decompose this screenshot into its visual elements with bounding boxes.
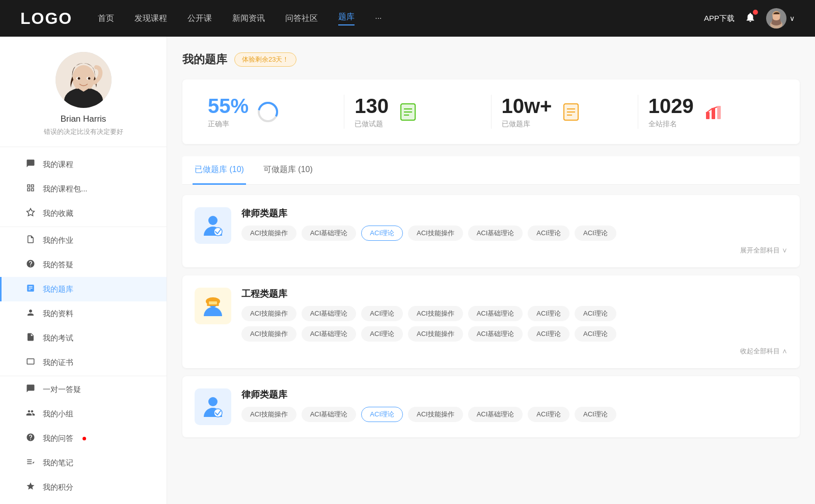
tag[interactable]: ACI技能操作 bbox=[408, 306, 463, 321]
sidebar-item-question-label: 我的问答 bbox=[43, 434, 73, 443]
sidebar-item-favorites-label: 我的收藏 bbox=[43, 209, 73, 218]
sidebar-item-question[interactable]: 我的问答 bbox=[0, 426, 167, 451]
sidebar-item-cert[interactable]: 我的证书 bbox=[0, 350, 167, 375]
sidebar-item-exam[interactable]: 我的考试 bbox=[0, 326, 167, 350]
tag-active[interactable]: ACI理论 bbox=[361, 407, 403, 422]
sidebar-item-points-label: 我的积分 bbox=[43, 483, 73, 492]
tag[interactable]: ACI理论 bbox=[528, 226, 569, 241]
bar-chart-icon bbox=[702, 101, 724, 123]
tag[interactable]: ACI技能操作 bbox=[241, 407, 296, 422]
sidebar-item-points[interactable]: 我的积分 bbox=[0, 475, 167, 499]
sidebar-item-profile[interactable]: 我的资料 bbox=[0, 301, 167, 326]
svg-point-27 bbox=[208, 216, 218, 225]
tag[interactable]: ACI技能操作 bbox=[408, 226, 463, 241]
tag[interactable]: ACI基础理论 bbox=[468, 226, 523, 241]
points-icon bbox=[25, 482, 36, 493]
notification-badge bbox=[753, 10, 758, 15]
sidebar-item-group[interactable]: 我的小组 bbox=[0, 402, 167, 426]
bank-2-info: 工程类题库 ACI技能操作 ACI基础理论 ACI理论 ACI技能操作 ACI基… bbox=[241, 288, 787, 356]
tag[interactable]: ACI基础理论 bbox=[302, 326, 357, 342]
bank-2-expand[interactable]: 收起全部科目 ∧ bbox=[241, 347, 787, 356]
tag[interactable]: ACI基础理论 bbox=[468, 326, 523, 342]
question-red-dot bbox=[83, 437, 86, 440]
sidebar-item-favorites[interactable]: 我的收藏 bbox=[0, 201, 167, 226]
tag[interactable]: ACI理论 bbox=[361, 306, 403, 321]
nav-news[interactable]: 新闻资讯 bbox=[232, 13, 265, 24]
tag[interactable]: ACI理论 bbox=[528, 306, 569, 321]
tab-done[interactable]: 已做题库 (10) bbox=[193, 156, 246, 185]
tag[interactable]: ACI理论 bbox=[575, 226, 616, 241]
course-icon bbox=[25, 159, 36, 170]
sidebar-item-tutoring[interactable]: 一对一答疑 bbox=[0, 377, 167, 402]
page-title: 我的题库 bbox=[182, 52, 227, 67]
tag[interactable]: ACI技能操作 bbox=[408, 326, 463, 342]
sidebar-item-course[interactable]: 我的课程 bbox=[0, 152, 167, 177]
tag[interactable]: ACI理论 bbox=[575, 407, 616, 422]
tag[interactable]: ACI理论 bbox=[528, 407, 569, 422]
tag[interactable]: ACI基础理论 bbox=[468, 407, 523, 422]
bank-1-icon bbox=[195, 207, 231, 244]
nav-more[interactable]: ··· bbox=[375, 14, 382, 23]
sidebar-item-notes[interactable]: 我的笔记 bbox=[0, 451, 167, 475]
sidebar-item-qa-label: 我的答疑 bbox=[43, 260, 73, 270]
sidebar-item-group-label: 我的小组 bbox=[43, 409, 73, 419]
stat-accuracy-number: 55% bbox=[208, 95, 249, 118]
tag[interactable]: ACI技能操作 bbox=[408, 407, 463, 422]
nav-open[interactable]: 公开课 bbox=[187, 13, 212, 24]
tag[interactable]: ACI基础理论 bbox=[302, 226, 357, 241]
tag[interactable]: ACI基础理论 bbox=[302, 407, 357, 422]
logo: LOGO bbox=[20, 9, 72, 28]
bank-2-tags-row2: ACI技能操作 ACI基础理论 ACI理论 ACI技能操作 ACI基础理论 AC… bbox=[241, 326, 787, 342]
profile-name: Brian Harris bbox=[10, 114, 156, 124]
bank-1-expand[interactable]: 展开全部科目 ∨ bbox=[241, 246, 787, 255]
tag[interactable]: ACI技能操作 bbox=[241, 326, 296, 342]
sidebar-menu: 我的课程 我的课程包... 我的收藏 我的作业 bbox=[0, 147, 167, 504]
pie-chart-icon bbox=[257, 101, 279, 123]
favorites-icon bbox=[25, 208, 36, 219]
tag[interactable]: ACI理论 bbox=[361, 326, 403, 342]
stat-done-banks: 10w+ 已做题库 bbox=[492, 95, 638, 129]
nav-home[interactable]: 首页 bbox=[98, 13, 114, 24]
sidebar-item-bank-label: 我的题库 bbox=[43, 285, 73, 294]
app-download-link[interactable]: APP下载 bbox=[704, 14, 735, 23]
tabs-row: 已做题库 (10) 可做题库 (10) bbox=[182, 156, 800, 185]
nav-qa[interactable]: 问答社区 bbox=[285, 13, 318, 24]
sidebar-item-bank[interactable]: 我的题库 bbox=[0, 277, 167, 301]
tag[interactable]: ACI理论 bbox=[575, 326, 616, 342]
tag[interactable]: ACI理论 bbox=[528, 326, 569, 342]
nav-bank[interactable]: 题库 bbox=[338, 12, 355, 25]
bank-3-info: 律师类题库 ACI技能操作 ACI基础理论 ACI理论 ACI技能操作 ACI基… bbox=[241, 388, 787, 422]
user-avatar-wrapper[interactable]: ∨ bbox=[766, 8, 795, 29]
svg-point-9 bbox=[77, 77, 80, 80]
bank-header-2: 工程类题库 ACI技能操作 ACI基础理论 ACI理论 ACI技能操作 ACI基… bbox=[195, 288, 787, 356]
bank-3-name: 律师类题库 bbox=[241, 388, 787, 401]
tag[interactable]: ACI技能操作 bbox=[241, 226, 296, 241]
tag[interactable]: ACI技能操作 bbox=[241, 306, 296, 321]
divider-1 bbox=[0, 227, 167, 227]
stat-done-banks-content: 10w+ 已做题库 bbox=[502, 95, 552, 129]
header: LOGO 首页 发现课程 公开课 新闻资讯 问答社区 题库 ··· APP下载 bbox=[0, 0, 815, 37]
stat-accuracy: 55% 正确率 bbox=[198, 95, 344, 129]
bank-3-tags: ACI技能操作 ACI基础理论 ACI理论 ACI技能操作 ACI基础理论 AC… bbox=[241, 407, 787, 422]
stat-rank-label: 全站排名 bbox=[648, 120, 694, 129]
homework-icon bbox=[25, 235, 36, 246]
chevron-down-icon: ∨ bbox=[790, 14, 795, 22]
bank-icon bbox=[25, 284, 36, 295]
tag[interactable]: ACI理论 bbox=[575, 306, 616, 321]
tab-available[interactable]: 可做题库 (10) bbox=[261, 156, 315, 185]
bank-1-tags: ACI技能操作 ACI基础理论 ACI理论 ACI技能操作 ACI基础理论 AC… bbox=[241, 226, 787, 241]
sidebar-item-course-pkg[interactable]: 我的课程包... bbox=[0, 177, 167, 201]
bank-1-name: 律师类题库 bbox=[241, 207, 787, 219]
tag[interactable]: ACI基础理论 bbox=[468, 306, 523, 321]
sidebar-item-qa[interactable]: 我的答疑 bbox=[0, 253, 167, 277]
tag-active[interactable]: ACI理论 bbox=[361, 226, 403, 241]
bank-section-3: 律师类题库 ACI技能操作 ACI基础理论 ACI理论 ACI技能操作 ACI基… bbox=[182, 376, 800, 437]
sidebar-item-homework-label: 我的作业 bbox=[43, 236, 73, 245]
nav-discover[interactable]: 发现课程 bbox=[134, 13, 167, 24]
cert-icon bbox=[25, 357, 36, 368]
profile-avatar bbox=[56, 52, 112, 108]
bank-2-tags-row1: ACI技能操作 ACI基础理论 ACI理论 ACI技能操作 ACI基础理论 AC… bbox=[241, 306, 787, 321]
tag[interactable]: ACI基础理论 bbox=[302, 306, 357, 321]
sidebar-item-homework[interactable]: 我的作业 bbox=[0, 228, 167, 253]
notification-bell[interactable] bbox=[745, 12, 756, 25]
